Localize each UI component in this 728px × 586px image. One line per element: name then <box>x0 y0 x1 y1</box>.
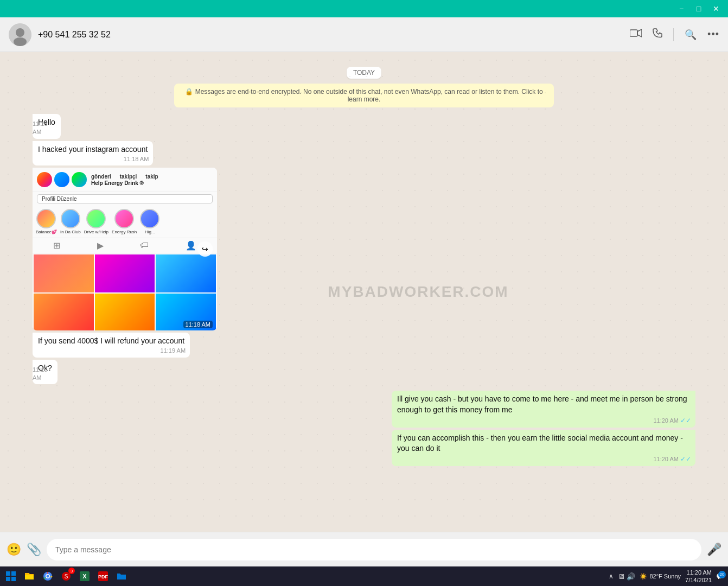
message-row: If you can accomplish this - then you ea… <box>33 430 695 466</box>
insta-tabs: ⊞ ▶ 🏷 👤 <box>33 238 217 253</box>
insta-edit-section: Profili Düzenle <box>33 192 217 206</box>
video-call-icon[interactable] <box>630 29 642 40</box>
highlight-item: Hig... <box>140 209 159 234</box>
grid-cell <box>95 254 155 292</box>
highlight-circle <box>140 209 159 228</box>
search-icon[interactable]: 🔍 <box>685 29 697 41</box>
taskbar-right: ∧ 🖥 🔊 ☀️ 82°F Sunny 11:20 AM 7/14/2021 💬… <box>609 569 726 584</box>
taskbar-folder-icon[interactable] <box>113 568 130 585</box>
grid-cell <box>34 254 94 292</box>
screenshot-image: gönderi takipçi takip Help Energy Drink … <box>33 168 217 330</box>
message-text: I hacked your instagram account <box>38 145 148 154</box>
taskbar-left: S 3 X PDF <box>2 568 130 585</box>
message-row: Ill give you cash - but you have to come… <box>33 391 695 427</box>
svg-rect-8 <box>11 577 16 581</box>
insta-circles <box>37 172 87 187</box>
message-row: Ok? 11:19 AM <box>33 360 695 385</box>
phone-call-icon[interactable] <box>653 28 662 41</box>
bubble-ok: Ok? 11:19 AM <box>33 360 58 385</box>
window-controls: − □ ✕ <box>674 1 724 16</box>
speaker-icon[interactable]: 🔊 <box>627 572 635 581</box>
clock-date: 7/14/2021 <box>685 576 712 584</box>
svg-text:PDF: PDF <box>98 574 108 579</box>
close-button[interactable]: ✕ <box>708 1 724 16</box>
insta-stat: takip <box>145 174 158 180</box>
start-button[interactable] <box>2 568 20 585</box>
chat-header: +90 541 255 32 52 🔍 ••• <box>0 17 728 52</box>
maximize-button[interactable]: □ <box>691 1 706 16</box>
insta-stats-row: gönderi takipçi takip Help Energy Drink … <box>33 168 217 192</box>
grid-tab-icon: ⊞ <box>53 240 60 251</box>
contact-name: +90 541 255 32 52 <box>38 30 623 40</box>
insta-brand-area: gönderi takipçi takip Help Energy Drink … <box>91 174 158 186</box>
insta-highlights: Balance💕 In Da Club Drive w/Help E <box>33 206 217 238</box>
highlight-item: Energy Rush <box>112 209 137 234</box>
taskbar: S 3 X PDF ∧ 🖥 <box>0 566 728 586</box>
browser-icon[interactable] <box>39 568 56 585</box>
highlight-circle <box>114 209 134 228</box>
chat-area: MYBADWORKER.COM TODAY 🔒 Messages are end… <box>0 52 728 532</box>
message-row: I hacked your instagram account 11:18 AM <box>33 141 695 166</box>
message-text: If you send 4000$ I will refund your acc… <box>38 336 184 345</box>
message-time: 11:19 AM <box>33 366 53 383</box>
insta-circle <box>37 172 52 187</box>
svg-point-2 <box>14 37 27 46</box>
messaging-icon[interactable]: S 3 <box>58 568 75 585</box>
video-tab-icon: ▶ <box>97 240 104 251</box>
message-time: 11:19 AM <box>161 347 186 355</box>
tag-tab-icon: 🏷 <box>140 240 149 251</box>
encryption-notice[interactable]: 🔒 Messages are end-to-end encrypted. No … <box>174 84 554 107</box>
insta-edit-btn: Profili Düzenle <box>37 194 213 203</box>
weather-info: ☀️ 82°F Sunny <box>640 573 681 580</box>
insta-grid <box>33 253 217 330</box>
bubble-hello: Hello 11:18 AM <box>33 114 61 139</box>
forward-button[interactable]: ↪ <box>197 241 213 257</box>
highlight-label: Balance💕 <box>36 230 57 234</box>
clock-time: 11:20 AM <box>685 569 712 576</box>
attach-button[interactable]: 📎 <box>27 543 41 557</box>
message-time: 11:18 AM <box>33 120 56 137</box>
pdf-icon[interactable]: PDF <box>94 568 112 585</box>
weather-text: 82°F Sunny <box>649 573 681 579</box>
tray-expand-icon[interactable]: ∧ <box>609 572 614 580</box>
date-label: TODAY <box>347 67 381 79</box>
network-icon[interactable]: 🖥 <box>618 572 625 581</box>
highlight-item: Drive w/Help <box>84 209 108 234</box>
highlight-item: Balance💕 <box>36 209 57 234</box>
highlight-circle <box>61 209 80 228</box>
date-separator: TODAY <box>33 67 695 77</box>
notification-badge: 3 <box>68 568 75 574</box>
title-bar: − □ ✕ <box>0 0 728 17</box>
highlight-item: In Da Club <box>60 209 81 234</box>
tray-icons: 🖥 🔊 <box>618 572 635 581</box>
highlight-label: Energy Rush <box>112 230 137 234</box>
screenshot-bubble: gönderi takipçi takip Help Energy Drink … <box>33 168 217 330</box>
svg-rect-6 <box>11 571 16 576</box>
action-center-badge: 20 <box>718 571 726 578</box>
message-row: Hello 11:18 AM <box>33 114 695 139</box>
bubble-cash: Ill give you cash - but you have to come… <box>392 391 695 427</box>
emoji-button[interactable]: 🙂 <box>7 543 21 557</box>
highlight-label: Drive w/Help <box>84 230 108 234</box>
file-explorer-icon[interactable] <box>21 568 38 585</box>
grid-cell <box>156 254 216 292</box>
action-center-button[interactable]: 💬 20 <box>716 573 724 580</box>
minimize-button[interactable]: − <box>674 1 689 16</box>
more-options-icon[interactable]: ••• <box>707 29 719 40</box>
mic-button[interactable]: 🎤 <box>707 543 721 557</box>
insta-circle <box>54 172 69 187</box>
svg-point-11 <box>47 575 49 578</box>
excel-icon[interactable]: X <box>76 568 93 585</box>
highlight-label: In Da Club <box>60 230 81 234</box>
insta-circle <box>72 172 87 187</box>
message-input[interactable] <box>47 539 701 560</box>
read-ticks: ✓✓ <box>680 417 691 424</box>
highlight-circle <box>36 209 56 228</box>
message-text: Ill give you cash - but you have to come… <box>397 394 687 414</box>
grid-cell <box>34 294 94 330</box>
header-actions: 🔍 ••• <box>630 28 719 41</box>
svg-rect-5 <box>6 571 10 576</box>
insta-stat: gönderi <box>91 174 111 180</box>
svg-text:S: S <box>65 574 68 579</box>
read-ticks: ✓✓ <box>680 455 691 463</box>
